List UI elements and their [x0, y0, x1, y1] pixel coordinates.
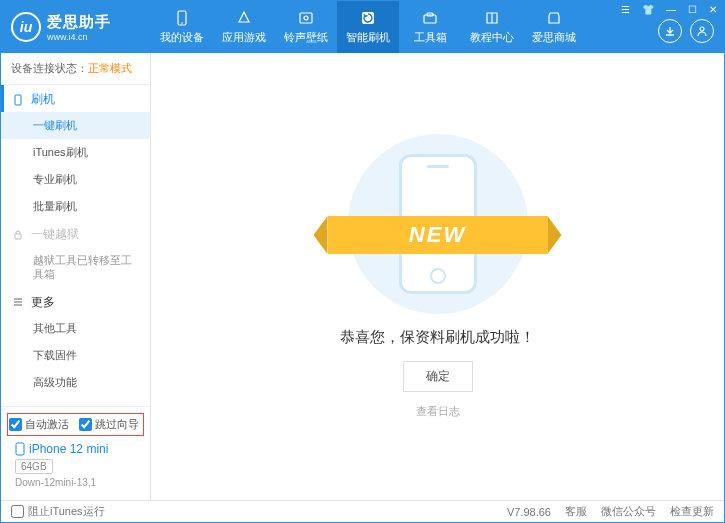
brand-name: 爱思助手 [47, 13, 111, 32]
device-storage: 64GB [15, 459, 53, 474]
nav-tutorials[interactable]: 教程中心 [461, 1, 523, 53]
download-button[interactable] [658, 19, 682, 43]
nav-label: 应用游戏 [222, 30, 266, 45]
title-bar: iu 爱思助手 www.i4.cn 我的设备 应用游戏 铃声壁纸 智能刷机 工具… [1, 1, 724, 53]
sidebar-section-jailbreak: 一键越狱 [1, 220, 150, 247]
logo-icon: iu [11, 12, 41, 42]
brand-domain: www.i4.cn [47, 32, 111, 42]
svg-rect-8 [15, 95, 21, 105]
footer: 阻止iTunes运行 V7.98.66 客服 微信公众号 检查更新 [1, 500, 724, 522]
ribbon-text: NEW [328, 216, 548, 254]
ribbon: NEW [328, 216, 548, 254]
phone-icon [11, 93, 25, 107]
options-row: 自动激活 跳过向导 [7, 413, 144, 436]
minimize-button[interactable]: — [663, 3, 679, 16]
maximize-button[interactable]: ☐ [685, 3, 700, 16]
sidebar-section-more[interactable]: 更多 [1, 288, 150, 315]
sidebar: 设备连接状态：正常模式 刷机 一键刷机 iTunes刷机 专业刷机 批量刷机 一… [1, 53, 151, 500]
sidebar-item-oneclick-flash[interactable]: 一键刷机 [1, 112, 150, 139]
user-button[interactable] [690, 19, 714, 43]
sidebar-item-other-tools[interactable]: 其他工具 [1, 315, 150, 342]
window-controls: ☰ 👕 — ☐ ✕ [618, 3, 720, 16]
sidebar-section-flash[interactable]: 刷机 [1, 85, 150, 112]
lock-icon [11, 228, 25, 242]
check-update-link[interactable]: 检查更新 [670, 504, 714, 519]
sidebar-item-advanced[interactable]: 高级功能 [1, 369, 150, 396]
success-message: 恭喜您，保资料刷机成功啦！ [340, 328, 535, 347]
checkbox-auto-activate[interactable]: 自动激活 [9, 417, 69, 432]
svg-point-1 [181, 22, 183, 24]
section-label: 刷机 [31, 91, 55, 108]
version-label: V7.98.66 [507, 506, 551, 518]
nav-label: 爱思商城 [532, 30, 576, 45]
svg-point-7 [700, 27, 704, 31]
sidebar-item-itunes-flash[interactable]: iTunes刷机 [1, 139, 150, 166]
view-log-link[interactable]: 查看日志 [416, 404, 460, 419]
toolbox-icon [421, 9, 439, 27]
device-name: iPhone 12 mini [29, 442, 108, 456]
svg-rect-9 [15, 234, 21, 239]
book-icon [483, 9, 501, 27]
device-block[interactable]: iPhone 12 mini 64GB Down-12mini-13,1 [7, 436, 144, 494]
svg-point-3 [304, 16, 308, 20]
section-label: 更多 [31, 294, 55, 311]
svg-rect-2 [300, 13, 312, 23]
nav-store[interactable]: 爱思商城 [523, 1, 585, 53]
sidebar-item-pro-flash[interactable]: 专业刷机 [1, 166, 150, 193]
nav-flash[interactable]: 智能刷机 [337, 1, 399, 53]
phone-icon [15, 442, 25, 456]
device-model: Down-12mini-13,1 [15, 477, 136, 488]
menu-button[interactable]: ☰ [618, 3, 633, 16]
nav-ringtones[interactable]: 铃声壁纸 [275, 1, 337, 53]
sidebar-item-batch-flash[interactable]: 批量刷机 [1, 193, 150, 220]
wallpaper-icon [297, 9, 315, 27]
sidebar-jailbreak-note: 越狱工具已转移至工具箱 [1, 247, 150, 288]
nav-label: 铃声壁纸 [284, 30, 328, 45]
nav-label: 我的设备 [160, 30, 204, 45]
nav-label: 工具箱 [414, 30, 447, 45]
logo-block: iu 爱思助手 www.i4.cn [11, 12, 151, 42]
nav-apps[interactable]: 应用游戏 [213, 1, 275, 53]
wechat-link[interactable]: 微信公众号 [601, 504, 656, 519]
checkbox-skip-guide[interactable]: 跳过向导 [79, 417, 139, 432]
close-button[interactable]: ✕ [706, 3, 720, 16]
nav-label: 教程中心 [470, 30, 514, 45]
nav-toolbox[interactable]: 工具箱 [399, 1, 461, 53]
more-icon [11, 295, 25, 309]
success-illustration: NEW [348, 134, 528, 314]
svg-rect-10 [16, 443, 24, 455]
skin-button[interactable]: 👕 [639, 3, 657, 16]
connection-status: 设备连接状态：正常模式 [1, 53, 150, 85]
nav-label: 智能刷机 [346, 30, 390, 45]
section-label: 一键越狱 [31, 226, 79, 243]
refresh-icon [359, 9, 377, 27]
ok-button[interactable]: 确定 [403, 361, 473, 392]
support-link[interactable]: 客服 [565, 504, 587, 519]
nav-my-device[interactable]: 我的设备 [151, 1, 213, 53]
sidebar-item-download-firmware[interactable]: 下载固件 [1, 342, 150, 369]
main-content: NEW 恭喜您，保资料刷机成功啦！ 确定 查看日志 [151, 53, 724, 500]
phone-icon [173, 9, 191, 27]
checkbox-block-itunes[interactable]: 阻止iTunes运行 [11, 504, 105, 519]
apps-icon [235, 9, 253, 27]
store-icon [545, 9, 563, 27]
